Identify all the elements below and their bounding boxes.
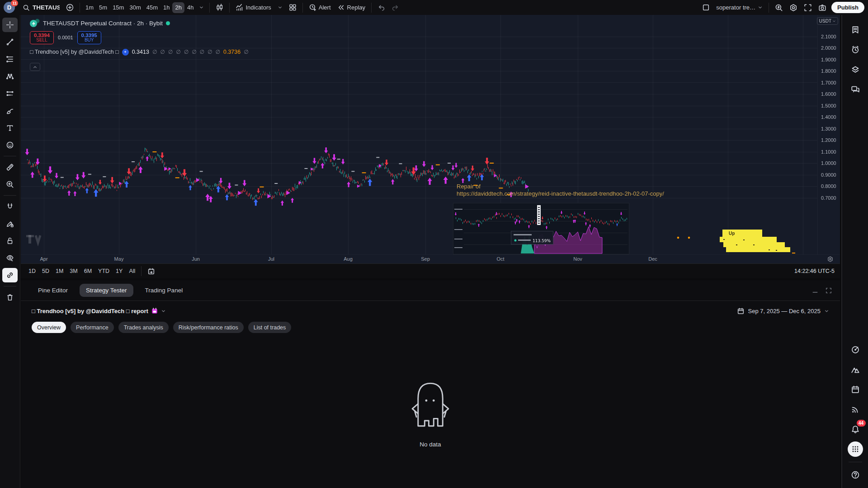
range-3m[interactable]: 3M — [66, 267, 80, 276]
timeframe-45m[interactable]: 45m — [144, 2, 160, 13]
grid-layout-button[interactable] — [286, 2, 300, 14]
chart-text-note[interactable]: Repair of https://daviddtech.com/strateg… — [457, 183, 728, 197]
text-tool-button[interactable] — [2, 121, 18, 135]
remove-drawings-button[interactable] — [2, 290, 18, 305]
subtab-performance[interactable]: Performance — [71, 322, 114, 333]
timeframe-menu-button[interactable] — [196, 2, 207, 13]
report-date-range[interactable]: Sep 7, 2025 — Dec 6, 2025 — [737, 307, 829, 315]
month-tick-label: Aug — [344, 256, 353, 262]
buy-button[interactable]: 0.3395 BUY — [77, 31, 101, 44]
legend-collapse-button[interactable] — [30, 63, 40, 71]
go-to-date-button[interactable] — [144, 266, 158, 277]
theta-glyph — [32, 22, 36, 26]
undo-button[interactable] — [374, 2, 388, 14]
help-button[interactable] — [847, 466, 864, 483]
axis-currency-toggle[interactable]: USDT — [817, 17, 838, 25]
clock-timezone[interactable]: 14:22:46 UTC-5 — [794, 268, 835, 274]
layout-name-button[interactable]: soperator tre… — [713, 2, 766, 14]
chart-style-button[interactable] — [212, 2, 226, 14]
maximize-icon[interactable] — [826, 287, 832, 294]
indicator-legend-row[interactable]: □ Trendhoo [v5] by @DaviddTech □ ✦ 0.341… — [30, 48, 249, 56]
range-1m[interactable]: 1M — [52, 267, 66, 276]
tab-pine-editor[interactable]: Pine Editor — [32, 284, 74, 297]
timeframe-1h[interactable]: 1h — [160, 2, 172, 13]
apps-menu-button[interactable] — [847, 441, 864, 458]
price-tick-label: 1.1000 — [821, 149, 836, 155]
emoji-tool-button[interactable] — [2, 138, 18, 152]
user-avatar[interactable]: D 11 — [4, 2, 15, 13]
sell-button[interactable]: 0.3394 SELL — [30, 31, 54, 44]
tab-trading-panel[interactable]: Trading Panel — [139, 284, 189, 297]
notifications-button[interactable]: 44 — [847, 421, 864, 438]
pattern-tool-button[interactable] — [2, 69, 18, 84]
news-feed-button[interactable] — [847, 401, 864, 418]
panel-tab-bar: Pine Editor Strategy Tester Trading Pane… — [21, 280, 840, 301]
timeframe-1m[interactable]: 1m — [83, 2, 96, 13]
range-5d[interactable]: 5D — [39, 267, 52, 276]
axis-settings-button[interactable] — [827, 256, 834, 263]
timeframe-30m[interactable]: 30m — [127, 2, 143, 13]
subtab-risk-ratios[interactable]: Risk/performance ratios — [173, 322, 244, 333]
settings-button[interactable] — [786, 2, 801, 14]
chevron-down-icon[interactable] — [161, 309, 166, 314]
calendar-button[interactable] — [847, 381, 864, 398]
indicators-button[interactable]: Indicators — [232, 2, 274, 14]
redo-button[interactable] — [388, 2, 402, 14]
hide-drawings-button[interactable] — [2, 251, 18, 265]
measure-tool-button[interactable] — [2, 160, 18, 174]
subtab-overview[interactable]: Overview — [32, 322, 66, 333]
snapshot-button[interactable] — [815, 2, 830, 14]
projection-tool-button[interactable] — [2, 86, 18, 101]
subtab-trades-analysis[interactable]: Trades analysis — [118, 322, 169, 333]
range-1y[interactable]: 1Y — [113, 267, 126, 276]
topbar-right-group: soperator tre… Publish — [699, 2, 868, 14]
symbol-search-button[interactable]: THETAUSDT — [19, 2, 63, 14]
fullscreen-button[interactable] — [801, 2, 815, 14]
price-tick-label: 1.9000 — [821, 57, 836, 62]
crosshair-tool-button[interactable] — [2, 18, 18, 32]
range-6m[interactable]: 6M — [81, 267, 95, 276]
drawing-mode-button[interactable] — [2, 216, 18, 231]
zoom-in-tool-button[interactable] — [2, 177, 18, 192]
screener-button[interactable] — [847, 341, 864, 358]
range-ytd[interactable]: YTD — [95, 267, 113, 276]
price-axis[interactable]: USDT 2.10002.00001.90001.80001.70001.600… — [817, 15, 840, 254]
symbol-title[interactable]: THETAUSDT Perpetual Contract · 2h · Bybi… — [43, 20, 163, 27]
trend-line-tool-button[interactable] — [2, 35, 18, 49]
quick-search-button[interactable] — [772, 2, 786, 14]
report-title[interactable]: □ Trendhoo [v5] by @DaviddTech □ report — [32, 308, 148, 314]
compare-add-symbol-button[interactable] — [63, 2, 77, 14]
range-all[interactable]: All — [126, 267, 138, 276]
magnet-mode-button[interactable] — [2, 199, 18, 214]
replay-button[interactable]: Replay — [334, 2, 368, 14]
top-movers-button[interactable] — [847, 361, 864, 378]
pencil-lock-icon — [6, 220, 14, 228]
range-1d[interactable]: 1D — [25, 267, 39, 276]
indicator-name[interactable]: □ Trendhoo [v5] by @DaviddTech □ — [30, 49, 119, 55]
chevron-up-icon — [33, 65, 38, 70]
timeframe-2h-active[interactable]: 2h — [172, 2, 184, 13]
minimize-icon[interactable] — [812, 287, 818, 294]
sync-drawings-button[interactable] — [2, 268, 18, 282]
layout-button[interactable] — [699, 2, 713, 14]
publish-button[interactable]: Publish — [831, 2, 864, 13]
alerts-button[interactable] — [847, 41, 864, 58]
price-tick-label: 0.7000 — [821, 195, 836, 201]
alert-button[interactable]: Alert — [306, 2, 334, 14]
market-status-dot[interactable] — [166, 21, 170, 25]
subtab-list-of-trades[interactable]: List of trades — [248, 322, 292, 333]
timeframe-5m[interactable]: 5m — [96, 2, 110, 13]
toolbar-divider — [4, 156, 16, 156]
timeframe-15m[interactable]: 15m — [110, 2, 127, 13]
watchlist-button[interactable] — [847, 21, 864, 38]
brush-tool-button[interactable] — [2, 103, 18, 118]
time-axis[interactable]: AprMayJunJulAugSepOctNovDec — [21, 254, 840, 263]
lock-drawings-button[interactable] — [2, 234, 18, 248]
report-calendar-icon[interactable] — [151, 308, 158, 314]
object-tree-button[interactable] — [847, 61, 864, 78]
fib-retracement-tool-button[interactable] — [2, 52, 18, 66]
indicator-templates-button[interactable] — [274, 2, 286, 14]
timeframe-4h[interactable]: 4h — [184, 2, 196, 13]
tab-strategy-tester[interactable]: Strategy Tester — [80, 284, 133, 297]
chat-button[interactable] — [847, 81, 864, 98]
